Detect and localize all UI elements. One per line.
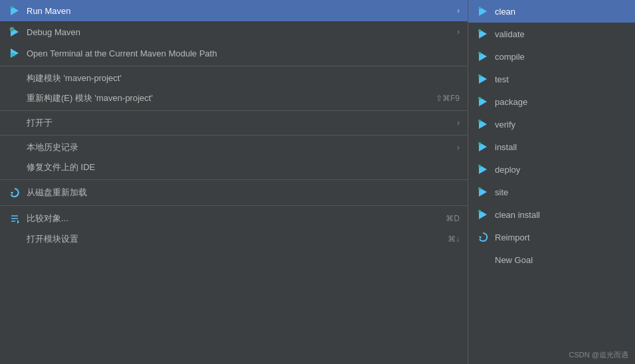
- rebuild-module-label: 重新构建(E) 模块 'maven-project': [27, 92, 422, 104]
- clean-install-item[interactable]: clean install: [468, 203, 635, 226]
- open-module-settings-label: 打开模块设置: [27, 233, 434, 245]
- clean-icon: [476, 5, 490, 18]
- rebuild-module-shortcut: ⇧⌘F9: [436, 94, 460, 103]
- compile-label: compile: [495, 52, 627, 62]
- svg-rect-18: [478, 74, 481, 77]
- right-menu: clean validate compile test: [468, 0, 635, 364]
- compare-shortcut: ⌘D: [446, 214, 460, 223]
- package-label: package: [495, 97, 627, 107]
- rebuild-module-item[interactable]: 重新构建(E) 模块 'maven-project' ⇧⌘F9: [0, 88, 468, 108]
- compile-item[interactable]: compile: [468, 45, 635, 68]
- open-terminal-icon: m: [8, 46, 21, 60]
- svg-marker-31: [479, 236, 482, 239]
- compare-label: 比较对象...: [27, 213, 432, 225]
- right-header-label: clean: [495, 7, 627, 17]
- svg-rect-20: [478, 97, 481, 100]
- new-goal-label: New Goal: [495, 255, 627, 265]
- svg-rect-16: [478, 52, 481, 54]
- reimport-label: Reimport: [495, 232, 627, 242]
- clean-install-icon: [476, 208, 490, 221]
- debug-maven-arrow: ›: [457, 27, 460, 37]
- package-icon: [476, 95, 490, 108]
- site-icon: [476, 185, 490, 199]
- svg-rect-22: [478, 120, 481, 122]
- validate-item[interactable]: validate: [468, 23, 635, 45]
- debug-maven-icon: [8, 25, 21, 39]
- run-maven-icon: [8, 4, 21, 17]
- debug-maven-item[interactable]: Debug Maven ›: [0, 21, 468, 43]
- repair-ide-label: 修复文件上的 IDE: [27, 161, 460, 173]
- debug-maven-label: Debug Maven: [27, 27, 457, 37]
- reload-disk-icon: [8, 186, 21, 199]
- package-item[interactable]: package: [468, 90, 635, 113]
- local-history-label: 本地历史记录: [27, 141, 457, 153]
- clean-install-label: clean install: [495, 210, 627, 220]
- reload-disk-label: 从磁盘重新加载: [27, 187, 460, 199]
- validate-label: validate: [495, 29, 627, 39]
- left-menu: Run Maven › Debug Maven › m Open Termina…: [0, 0, 468, 364]
- reimport-item[interactable]: Reimport: [468, 226, 635, 248]
- test-icon: [476, 72, 490, 86]
- svg-rect-26: [478, 165, 481, 167]
- run-maven-item[interactable]: Run Maven ›: [0, 0, 468, 21]
- svg-rect-12: [478, 7, 481, 9]
- watermark: CSDN @追光而遇: [569, 350, 628, 360]
- compile-icon: [476, 50, 490, 63]
- compare-icon: [8, 212, 21, 225]
- verify-item[interactable]: verify: [468, 113, 635, 136]
- divider-5: [0, 205, 468, 206]
- svg-rect-28: [478, 187, 481, 190]
- divider-4: [0, 179, 468, 180]
- open-terminal-item[interactable]: m Open Terminal at the Current Maven Mod…: [0, 43, 468, 64]
- svg-rect-30: [478, 210, 481, 213]
- verify-label: verify: [495, 120, 627, 130]
- repair-ide-item[interactable]: 修复文件上的 IDE: [0, 157, 468, 177]
- open-module-settings-item[interactable]: 打开模块设置 ⌘↓: [0, 229, 468, 249]
- divider-2: [0, 110, 468, 111]
- install-item[interactable]: install: [468, 136, 635, 158]
- svg-point-3: [10, 27, 14, 31]
- run-maven-arrow: ›: [457, 6, 460, 15]
- build-module-item[interactable]: 构建模块 'maven-project': [0, 68, 468, 88]
- site-item[interactable]: site: [468, 181, 635, 203]
- site-label: site: [495, 187, 627, 197]
- install-icon: [476, 140, 490, 153]
- divider-1: [0, 66, 468, 66]
- install-label: install: [495, 142, 627, 152]
- svg-rect-14: [478, 29, 481, 32]
- new-goal-item[interactable]: New Goal: [468, 248, 635, 271]
- open-in-arrow: ›: [457, 118, 460, 128]
- open-in-item[interactable]: 打开于 ›: [0, 113, 468, 133]
- svg-marker-10: [17, 220, 19, 224]
- run-maven-label: Run Maven: [27, 6, 457, 16]
- open-in-label: 打开于: [27, 117, 457, 129]
- open-module-settings-shortcut: ⌘↓: [448, 234, 460, 244]
- test-item[interactable]: test: [468, 68, 635, 90]
- validate-icon: [476, 27, 490, 41]
- reimport-icon: [476, 230, 490, 244]
- svg-rect-24: [478, 142, 481, 145]
- reload-disk-item[interactable]: 从磁盘重新加载: [0, 182, 468, 203]
- local-history-arrow: ›: [457, 143, 460, 152]
- verify-icon: [476, 118, 490, 131]
- svg-marker-6: [11, 192, 13, 195]
- svg-text:m: m: [10, 51, 15, 58]
- test-label: test: [495, 74, 627, 84]
- open-terminal-label: Open Terminal at the Current Maven Modul…: [27, 48, 460, 58]
- deploy-icon: [476, 163, 490, 176]
- svg-rect-1: [10, 6, 13, 9]
- compare-item[interactable]: 比较对象... ⌘D: [0, 208, 468, 229]
- divider-3: [0, 135, 468, 136]
- right-header-clean[interactable]: clean: [468, 0, 635, 23]
- deploy-label: deploy: [495, 165, 627, 175]
- deploy-item[interactable]: deploy: [468, 158, 635, 181]
- build-module-label: 构建模块 'maven-project': [27, 72, 460, 84]
- local-history-item[interactable]: 本地历史记录 ›: [0, 137, 468, 157]
